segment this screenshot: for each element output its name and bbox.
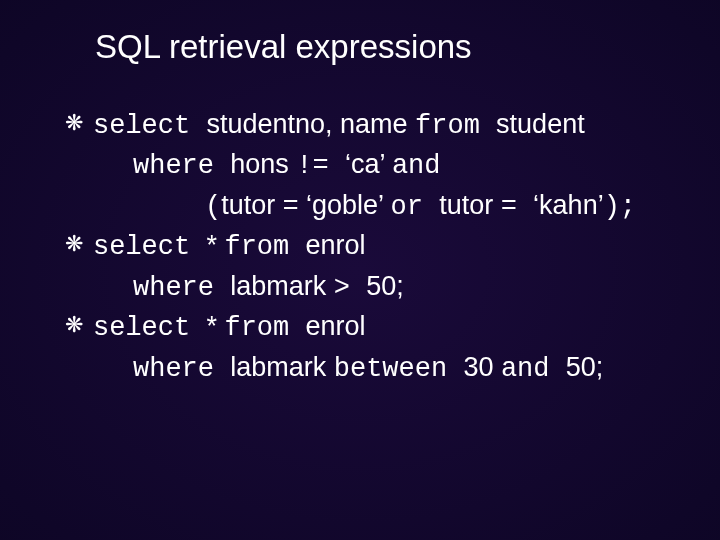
kw-and: and — [501, 354, 566, 384]
bullet-text: select * from enrol — [93, 308, 700, 346]
op-eq: = — [501, 192, 533, 222]
val2: 50; — [566, 352, 604, 382]
table: enrol — [305, 230, 365, 260]
kw-select: select — [93, 313, 206, 343]
kw-where: where — [133, 273, 230, 303]
op-gt: > — [334, 273, 366, 303]
col: labmark — [230, 352, 334, 382]
slide-title: SQL retrieval expressions — [0, 20, 720, 106]
bullet-item-1-cont1: where hons != ‘ca’ and — [65, 146, 700, 184]
slide: SQL retrieval expressions ❋ select stude… — [0, 0, 720, 540]
bullet-item-1-cont2: (tutor = ‘goble’ or tutor = ‘kahn’); — [65, 187, 700, 225]
kw-where: where — [133, 151, 230, 181]
kw-from: from — [224, 232, 305, 262]
col: hons — [230, 149, 296, 179]
kw-from: from — [224, 313, 305, 343]
table: student — [496, 109, 585, 139]
star: * — [206, 230, 224, 260]
slide-content: ❋ select studentno, name from student wh… — [0, 106, 720, 387]
paren-open: ( — [205, 192, 221, 222]
val2: ‘kahn’ — [533, 190, 604, 220]
bullet-item-3: ❋ select * from enrol — [65, 308, 700, 346]
kw-select: select — [93, 111, 206, 141]
bullet-text: select * from enrol — [93, 227, 700, 265]
kw-select: select — [93, 232, 206, 262]
op-neq: != — [296, 151, 345, 181]
col: labmark — [230, 271, 334, 301]
val: ‘ca’ — [345, 149, 392, 179]
bullet-item-2-cont1: where labmark > 50; — [65, 268, 700, 306]
kw-or: or — [391, 192, 440, 222]
val1: 30 — [463, 352, 501, 382]
cols: studentno, name — [206, 109, 415, 139]
kw-from: from — [415, 111, 496, 141]
bullet-icon: ❋ — [65, 308, 93, 341]
cond1: tutor = ‘goble’ — [221, 190, 390, 220]
bullet-item-2: ❋ select * from enrol — [65, 227, 700, 265]
kw-where: where — [133, 354, 230, 384]
col2: tutor — [439, 190, 501, 220]
bullet-item-3-cont1: where labmark between 30 and 50; — [65, 349, 700, 387]
bullet-icon: ❋ — [65, 106, 93, 139]
val: 50; — [366, 271, 404, 301]
bullet-icon: ❋ — [65, 227, 93, 260]
star: * — [206, 311, 224, 341]
bullet-text: select studentno, name from student — [93, 106, 700, 144]
table: enrol — [305, 311, 365, 341]
paren-close-semi: ); — [604, 192, 636, 222]
bullet-item-1: ❋ select studentno, name from student — [65, 106, 700, 144]
kw-between: between — [334, 354, 464, 384]
kw-and: and — [392, 151, 441, 181]
